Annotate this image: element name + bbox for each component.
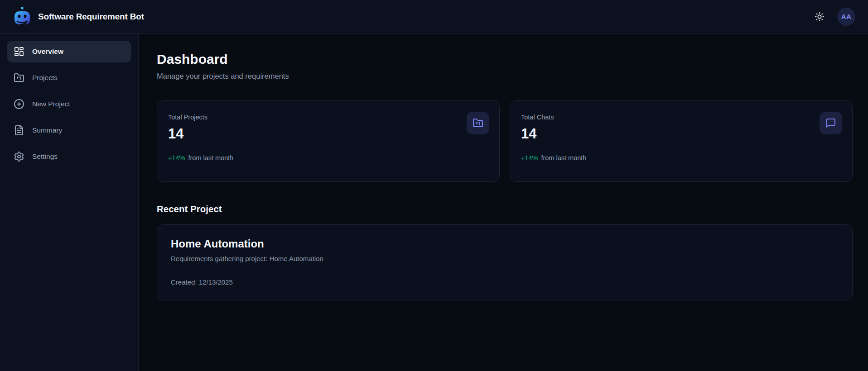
sun-icon	[815, 12, 825, 22]
sidebar-item-projects[interactable]: Projects	[7, 67, 131, 89]
sidebar-item-label: Overview	[32, 48, 63, 56]
project-description: Requirements gathering project: Home Aut…	[171, 255, 839, 262]
sidebar: Overview Projects New Project Summary	[0, 33, 139, 371]
sidebar-item-label: New Project	[32, 100, 70, 108]
project-title: Home Automation	[171, 238, 839, 250]
stat-icon-container	[467, 112, 489, 134]
app-header: Software Requirement Bot AA	[0, 0, 868, 33]
stat-value: 14	[168, 126, 488, 142]
stat-value: 14	[521, 126, 841, 142]
layout-dashboard-icon	[14, 46, 24, 57]
app-title: Software Requirement Bot	[38, 12, 144, 22]
project-created-date: Created: 12/13/2025	[171, 278, 839, 286]
sidebar-item-settings[interactable]: Settings	[7, 146, 131, 167]
message-square-icon	[825, 118, 836, 128]
stat-label: Total Chats	[521, 114, 841, 121]
app-logo: Software Requirement Bot	[13, 6, 144, 27]
circle-plus-icon	[14, 99, 24, 109]
stat-delta: +14%	[168, 154, 185, 162]
sidebar-item-summary[interactable]: Summary	[7, 119, 131, 141]
stat-delta-suffix: from last month	[188, 154, 234, 162]
theme-toggle-button[interactable]	[812, 9, 827, 24]
main-content: Dashboard Manage your projects and requi…	[139, 33, 868, 371]
recent-project-card[interactable]: Home Automation Requirements gathering p…	[157, 224, 853, 300]
avatar[interactable]: AA	[837, 8, 855, 26]
stat-icon-container	[820, 112, 842, 134]
stat-delta-suffix: from last month	[541, 154, 587, 162]
header-actions: AA	[812, 8, 855, 26]
stat-card-total-chats: Total Chats 14 +14%from last month	[510, 100, 853, 182]
sidebar-item-new-project[interactable]: New Project	[7, 93, 131, 115]
stat-card-total-projects: Total Projects 14 +14%from last month	[157, 100, 500, 182]
sidebar-item-label: Summary	[32, 126, 62, 134]
page-title: Dashboard	[157, 52, 853, 67]
stats-grid: Total Projects 14 +14%from last month To…	[157, 100, 853, 182]
page-subtitle: Manage your projects and requirements	[157, 72, 853, 81]
stat-label: Total Projects	[168, 114, 488, 121]
sidebar-item-label: Settings	[32, 152, 58, 161]
stat-footer: +14%from last month	[168, 154, 488, 162]
file-text-icon	[14, 125, 24, 136]
folder-kanban-icon	[14, 72, 24, 83]
folder-kanban-icon	[473, 118, 483, 128]
stat-delta: +14%	[521, 154, 538, 162]
sidebar-item-label: Projects	[32, 74, 58, 82]
sidebar-item-overview[interactable]: Overview	[7, 41, 131, 62]
stat-footer: +14%from last month	[521, 154, 841, 162]
robot-logo-icon	[13, 6, 32, 27]
recent-project-heading: Recent Project	[157, 204, 853, 214]
gear-icon	[14, 151, 24, 162]
